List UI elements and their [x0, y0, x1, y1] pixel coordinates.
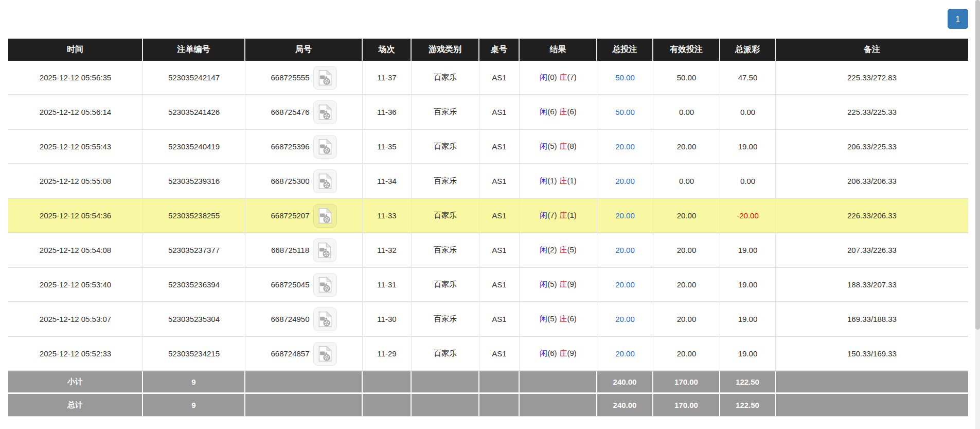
- table-row[interactable]: 2025-12-12 05:53:07 523035235304 6687249…: [8, 302, 968, 337]
- column-header: 总投注: [597, 39, 653, 61]
- valid-bet-cell: 20.00: [653, 199, 720, 233]
- summary-count-cell: 9: [143, 394, 245, 417]
- banker-result-label: 庄: [560, 349, 567, 357]
- total-bet-link[interactable]: 20.00: [615, 177, 635, 185]
- player-result-label: 闲: [540, 176, 547, 185]
- table-row[interactable]: 2025-12-12 05:56:35 523035242147 6687255…: [8, 61, 968, 95]
- total-bet-link[interactable]: 20.00: [615, 211, 635, 220]
- table-no-cell: AS1: [479, 199, 520, 233]
- vertical-scrollbar-thumb[interactable]: [975, 0, 980, 330]
- player-result-value: (5): [547, 280, 557, 288]
- video-replay-button[interactable]: [313, 342, 337, 366]
- banker-result-value: (9): [567, 280, 577, 288]
- banker-result-label: 庄: [560, 176, 567, 185]
- column-header: 时间: [8, 39, 143, 61]
- payout-cell: -20.00: [720, 199, 776, 233]
- summary-row: 总计 9 240.00 170.00 122.50: [8, 394, 968, 417]
- table-no-cell: AS1: [479, 61, 520, 95]
- total-bet-link[interactable]: 20.00: [615, 280, 635, 289]
- banker-result-value: (8): [567, 142, 577, 150]
- game-no-cell: 668725207: [245, 199, 363, 233]
- banker-result-label: 庄: [560, 142, 567, 150]
- remark-cell: 150.33/169.33: [776, 337, 968, 371]
- result-cell: 闲(6)庄(6): [520, 95, 597, 130]
- banker-result-label: 庄: [560, 211, 567, 219]
- game-no-cell: 668725396: [245, 130, 363, 164]
- table-row[interactable]: 2025-12-12 05:55:43 523035240419 6687253…: [8, 130, 968, 164]
- video-file-icon: [318, 346, 332, 362]
- time-cell: 2025-12-12 05:55:08: [8, 164, 143, 199]
- valid-bet-cell: 20.00: [653, 233, 720, 268]
- table-row[interactable]: 2025-12-12 05:55:08 523035239316 6687253…: [8, 164, 968, 199]
- time-cell: 2025-12-12 05:56:14: [8, 95, 143, 130]
- remark-cell: 206.33/206.33: [776, 164, 968, 199]
- session-cell: 11-34: [363, 164, 412, 199]
- time-cell: 2025-12-12 05:55:43: [8, 130, 143, 164]
- summary-row: 小计 9 240.00 170.00 122.50: [8, 371, 968, 394]
- player-result-label: 闲: [540, 245, 547, 254]
- vertical-scrollbar-track[interactable]: [975, 0, 980, 429]
- column-header: 场次: [363, 39, 412, 61]
- table-row[interactable]: 2025-12-12 05:56:14 523035241426 6687254…: [8, 95, 968, 130]
- summary-total-bet-cell: 240.00: [597, 371, 653, 394]
- video-file-icon: [318, 173, 332, 190]
- remark-cell: 207.33/226.33: [776, 233, 968, 268]
- video-replay-button[interactable]: [313, 273, 337, 297]
- game-type-cell: 百家乐: [412, 233, 479, 268]
- video-replay-button[interactable]: [313, 66, 337, 90]
- table-row[interactable]: 2025-12-12 05:54:36 523035238255 6687252…: [8, 199, 968, 233]
- player-result-value: (6): [547, 349, 557, 357]
- bet-id-cell: 523035237377: [143, 233, 245, 268]
- payout-cell: 0.00: [720, 164, 776, 199]
- banker-result-label: 庄: [560, 280, 567, 288]
- total-bet-link[interactable]: 20.00: [615, 349, 635, 358]
- total-bet-link[interactable]: 20.00: [615, 315, 635, 323]
- game-type-cell: 百家乐: [412, 61, 479, 95]
- game-no-cell: 668725476: [245, 95, 363, 130]
- remark-cell: 225.33/225.33: [776, 95, 968, 130]
- banker-result-label: 庄: [560, 73, 567, 81]
- summary-payout-cell: 122.50: [720, 394, 776, 417]
- video-file-icon: [318, 104, 332, 121]
- video-file-icon: [318, 208, 332, 224]
- player-result-label: 闲: [540, 349, 547, 357]
- table-row[interactable]: 2025-12-12 05:54:08 523035237377 6687251…: [8, 233, 968, 268]
- total-bet-cell: 20.00: [597, 233, 653, 268]
- video-replay-button[interactable]: [313, 238, 336, 262]
- total-bet-link[interactable]: 20.00: [615, 246, 635, 254]
- video-replay-button[interactable]: [313, 135, 337, 159]
- video-replay-button[interactable]: [313, 169, 337, 193]
- video-file-icon: [318, 311, 332, 328]
- banker-result-value: (9): [567, 349, 577, 357]
- total-bet-cell: 20.00: [597, 199, 653, 233]
- time-cell: 2025-12-12 05:52:33: [8, 337, 143, 371]
- total-bet-link[interactable]: 50.00: [615, 73, 635, 82]
- session-cell: 11-30: [363, 302, 412, 337]
- result-cell: 闲(5)庄(6): [520, 302, 597, 337]
- player-result-label: 闲: [540, 211, 547, 219]
- payout-cell: 19.00: [720, 130, 776, 164]
- video-replay-button[interactable]: [313, 100, 337, 124]
- payout-cell: 19.00: [720, 233, 776, 268]
- player-result-value: (2): [547, 245, 557, 254]
- payout-cell: 19.00: [720, 337, 776, 371]
- total-bet-cell: 50.00: [597, 61, 653, 95]
- video-file-icon: [318, 277, 332, 293]
- total-bet-link[interactable]: 50.00: [615, 108, 635, 116]
- player-result-value: (6): [547, 107, 557, 116]
- session-cell: 11-36: [363, 95, 412, 130]
- video-replay-button[interactable]: [313, 204, 337, 228]
- session-cell: 11-32: [363, 233, 412, 268]
- payout-cell: 0.00: [720, 95, 776, 130]
- table-no-cell: AS1: [479, 233, 520, 268]
- table-no-cell: AS1: [479, 268, 520, 302]
- summary-label-cell: 总计: [8, 394, 143, 417]
- pagination-page-1-button[interactable]: 1: [948, 9, 968, 29]
- table-row[interactable]: 2025-12-12 05:53:40 523035236394 6687250…: [8, 268, 968, 302]
- result-cell: 闲(5)庄(9): [520, 268, 597, 302]
- column-header: 有效投注: [653, 39, 720, 61]
- video-replay-button[interactable]: [313, 307, 337, 331]
- total-bet-link[interactable]: 20.00: [615, 142, 635, 151]
- remark-cell: 188.33/207.33: [776, 268, 968, 302]
- table-row[interactable]: 2025-12-12 05:52:33 523035234215 6687248…: [8, 337, 968, 371]
